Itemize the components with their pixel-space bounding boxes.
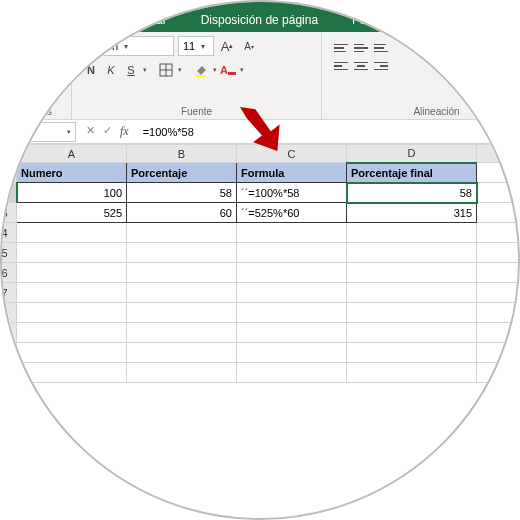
annotation-arrow-icon [240,107,284,151]
clipboard-icon[interactable] [5,48,35,82]
cell-C3[interactable]: ´´=525%*60 [237,203,347,223]
svg-rect-6 [44,86,54,93]
row-header-11[interactable]: 11 [0,363,17,383]
tab-page-layout[interactable]: Disposición de página [187,7,332,32]
row-header-5[interactable]: 5 [0,243,17,263]
fill-color-button[interactable] [192,60,210,80]
font-name-combo[interactable]: Calibri▾ [82,36,174,56]
font-group: Calibri▾ 11▾ A▴ A▾ N K S▾ ▾ ▾ A▾ Fuente [72,32,322,119]
svg-rect-4 [42,69,50,78]
borders-button[interactable] [157,60,175,80]
cell-B2[interactable]: 58 [127,183,237,203]
cell-B3[interactable]: 60 [127,203,237,223]
tab-formulas[interactable]: Fórmulas [338,7,416,32]
tab-insert[interactable]: Insertar [112,7,181,32]
row-header-3[interactable]: 3 [0,203,17,223]
row-header-8[interactable]: 8 [0,303,17,323]
cell-B1[interactable]: Porcentaje [127,163,237,183]
row-header-10[interactable]: 10 [0,343,17,363]
svg-marker-13 [240,107,280,151]
col-header-D[interactable]: D [347,145,477,163]
cell-D2[interactable]: 58 [347,183,477,203]
row-header-6[interactable]: 6 [0,263,17,283]
row-header-4[interactable]: 4 [0,223,17,243]
svg-point-3 [50,59,54,63]
align-center-icon[interactable] [352,58,370,74]
align-right-icon[interactable] [372,58,390,74]
font-size-combo[interactable]: 11▾ [178,36,214,56]
formula-input[interactable] [137,126,520,138]
cancel-formula-icon[interactable]: ✕ [86,124,95,139]
align-middle-icon[interactable] [352,40,370,56]
svg-rect-1 [15,51,25,56]
decrease-font-icon[interactable]: A▾ [240,36,258,56]
alignment-group: Alineación [322,32,520,119]
clipboard-label: apapeles [11,104,52,117]
cell-C2[interactable]: ´´=100%*58 [237,183,347,203]
alignment-group-label: Alineación [332,104,520,117]
cell-D1[interactable]: Porcentaje final [347,163,477,183]
select-all-corner[interactable] [0,145,17,163]
font-color-button[interactable]: A [219,60,237,80]
row-header-9[interactable]: 9 [0,323,17,343]
fx-icon[interactable]: fx [120,124,129,139]
align-top-icon[interactable] [332,40,350,56]
svg-rect-12 [228,72,236,75]
name-box[interactable]: D2▾ [4,122,76,142]
ribbon-tabs: Insertar Disposición de página Fórmulas [0,2,520,32]
svg-rect-11 [196,75,206,77]
confirm-formula-icon[interactable]: ✓ [103,124,112,139]
italic-button[interactable]: K [102,60,120,80]
svg-rect-0 [11,54,29,77]
svg-rect-7 [47,92,50,100]
cell-D3[interactable]: 315 [347,203,477,223]
cell-A1[interactable]: Numero [17,163,127,183]
increase-font-icon[interactable]: A▴ [218,36,236,56]
clipboard-group: apapeles [0,32,72,119]
bold-button[interactable]: N [82,60,100,80]
svg-rect-5 [45,71,53,80]
col-header-B[interactable]: B [127,145,237,163]
spreadsheet-grid[interactable]: A B C D 1 Numero Porcentaje Formula Porc… [0,144,520,383]
svg-point-2 [42,59,46,63]
underline-button[interactable]: S [122,60,140,80]
col-header-A[interactable]: A [17,145,127,163]
align-bottom-icon[interactable] [372,40,390,56]
cell-C1[interactable]: Formula [237,163,347,183]
cut-icon[interactable] [39,48,57,64]
row-header-7[interactable]: 7 [0,283,17,303]
align-left-icon[interactable] [332,58,350,74]
cell-A2[interactable]: 100 [17,183,127,203]
format-painter-icon[interactable] [39,84,59,104]
copy-icon[interactable] [39,66,57,82]
row-header-1[interactable]: 1 [0,163,17,183]
row-header-2[interactable]: 2 [0,183,17,203]
cell-A3[interactable]: 525 [17,203,127,223]
